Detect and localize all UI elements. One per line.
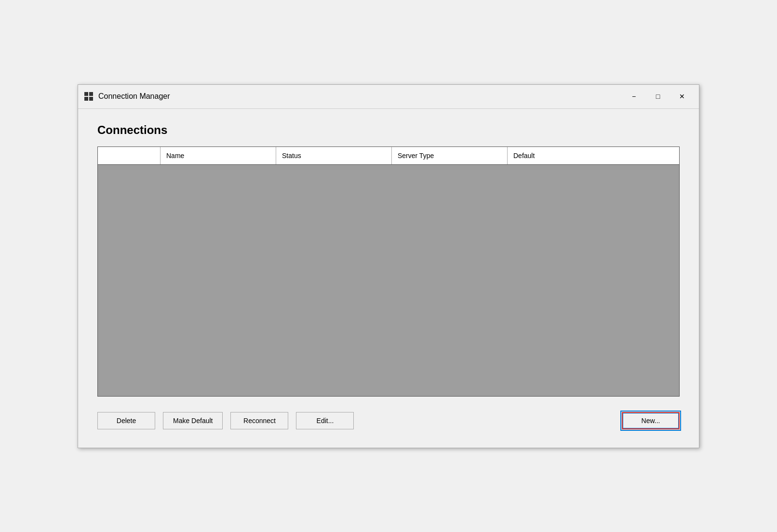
table-header: Name Status Server Type Default bbox=[98, 147, 679, 165]
table-col-default: Default bbox=[508, 147, 679, 164]
table-col-status: Status bbox=[276, 147, 392, 164]
reconnect-button[interactable]: Reconnect bbox=[230, 412, 288, 429]
delete-button[interactable]: Delete bbox=[97, 412, 155, 429]
window-title: Connection Manager bbox=[98, 92, 623, 101]
minimize-button[interactable]: − bbox=[623, 89, 645, 104]
svg-rect-2 bbox=[84, 97, 88, 101]
table-col-server-type: Server Type bbox=[392, 147, 508, 164]
button-row: Delete Make Default Reconnect Edit... Ne… bbox=[97, 408, 680, 433]
connections-table: Name Status Server Type Default bbox=[97, 146, 680, 397]
table-col-checkbox bbox=[98, 147, 161, 164]
table-body[interactable] bbox=[98, 165, 679, 396]
titlebar: Connection Manager − □ ✕ bbox=[78, 85, 699, 109]
connection-manager-window: Connection Manager − □ ✕ Connections Nam… bbox=[78, 84, 699, 448]
maximize-button[interactable]: □ bbox=[647, 89, 669, 104]
titlebar-controls: − □ ✕ bbox=[623, 89, 693, 104]
svg-rect-3 bbox=[89, 97, 93, 101]
make-default-button[interactable]: Make Default bbox=[163, 412, 223, 429]
section-title: Connections bbox=[97, 123, 680, 137]
table-col-name: Name bbox=[161, 147, 276, 164]
svg-rect-0 bbox=[84, 92, 88, 96]
app-icon bbox=[84, 92, 94, 101]
new-button[interactable]: New... bbox=[622, 412, 680, 429]
close-button[interactable]: ✕ bbox=[671, 89, 693, 104]
edit-button[interactable]: Edit... bbox=[296, 412, 354, 429]
main-content: Connections Name Status Server Type Defa… bbox=[78, 109, 699, 448]
svg-rect-1 bbox=[89, 92, 93, 96]
